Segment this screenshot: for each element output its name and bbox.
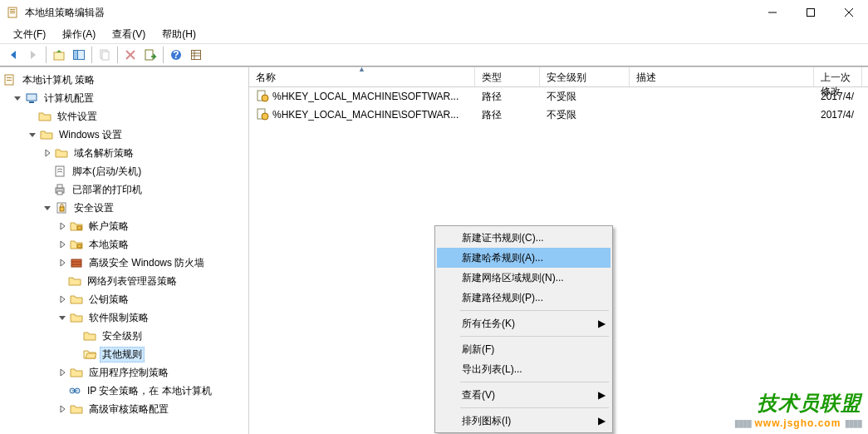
- folder-open-icon: [83, 348, 96, 361]
- folder-icon: [83, 329, 96, 343]
- list-row[interactable]: %HKEY_LOCAL_MACHINE\SOFTWAR... 路径 不受限 20…: [249, 106, 868, 124]
- back-button[interactable]: [3, 46, 23, 64]
- menu-new-hash-rule[interactable]: 新建哈希规则(A)...: [437, 248, 611, 268]
- tree-label: 脚本(启动/关机): [70, 164, 144, 180]
- menu-action[interactable]: 操作(A): [56, 26, 102, 43]
- col-header-security[interactable]: 安全级别: [540, 67, 630, 86]
- collapse-icon[interactable]: [12, 92, 23, 104]
- toolbar: ?: [0, 43, 868, 67]
- export-button[interactable]: [140, 46, 160, 64]
- collapse-icon[interactable]: [56, 312, 68, 323]
- tree-appctrl[interactable]: 应用程序控制策略: [0, 363, 248, 382]
- svg-rect-35: [71, 259, 81, 267]
- folder-icon: [70, 311, 83, 324]
- menu-new-cert-rule[interactable]: 新建证书规则(C)...: [437, 228, 611, 248]
- collapse-icon[interactable]: [27, 129, 38, 141]
- tree-adv-audit[interactable]: 高级审核策略配置: [0, 400, 248, 418]
- expand-icon[interactable]: [56, 293, 68, 305]
- tree-label: 应用程序控制策略: [86, 365, 171, 381]
- tree-netlist[interactable]: 网络列表管理器策略: [0, 272, 248, 290]
- forward-button: [23, 46, 43, 64]
- tree-label: 其他规则: [100, 347, 145, 362]
- svg-rect-18: [192, 51, 201, 60]
- svg-text:?: ?: [173, 49, 179, 61]
- folder-icon: [68, 274, 81, 288]
- tree-label: IP 安全策略，在 本地计算机: [85, 383, 214, 399]
- tree-ipsec[interactable]: IP 安全策略，在 本地计算机: [0, 382, 248, 400]
- tree-software-restrict[interactable]: 软件限制策略: [0, 308, 248, 327]
- svg-rect-24: [7, 80, 12, 81]
- expand-icon[interactable]: [56, 220, 68, 232]
- expand-icon[interactable]: [56, 367, 68, 378]
- properties-button[interactable]: [186, 46, 206, 64]
- expand-icon[interactable]: [56, 257, 68, 269]
- submenu-arrow-icon: ▶: [598, 318, 606, 329]
- col-header-desc[interactable]: 描述: [630, 67, 814, 86]
- rule-icon: [256, 93, 269, 105]
- tree-security-levels[interactable]: 安全级别: [0, 327, 248, 345]
- expand-icon[interactable]: [56, 403, 68, 415]
- menu-separator: [460, 407, 609, 408]
- col-header-type[interactable]: 类型: [475, 67, 540, 86]
- svg-rect-5: [807, 9, 815, 17]
- tree-account-policy[interactable]: 帐户策略: [0, 217, 248, 235]
- tree-label: 网络列表管理器策略: [85, 274, 179, 289]
- menu-separator: [460, 310, 609, 311]
- ipsec-icon: [68, 384, 81, 397]
- maximize-button[interactable]: [792, 0, 830, 25]
- security-icon: [55, 201, 68, 215]
- close-button[interactable]: [830, 0, 868, 25]
- folder-icon: [70, 293, 83, 306]
- menu-help[interactable]: 帮助(H): [155, 26, 203, 43]
- svg-rect-23: [7, 77, 12, 78]
- svg-rect-32: [60, 207, 64, 211]
- menu-view[interactable]: 查看(V)▶: [437, 385, 611, 405]
- col-header-name[interactable]: ▲名称: [249, 67, 475, 86]
- help-button[interactable]: ?: [166, 46, 186, 64]
- tree-printers[interactable]: 已部署的打印机: [0, 180, 248, 199]
- copy-button: [95, 46, 115, 64]
- tree-other-rules[interactable]: 其他规则: [0, 345, 248, 363]
- menu-arrange-icons[interactable]: 排列图标(I)▶: [437, 411, 611, 431]
- expand-icon[interactable]: [56, 239, 68, 250]
- svg-rect-12: [102, 52, 109, 60]
- tree-local-policy[interactable]: 本地策略: [0, 235, 248, 254]
- menu-new-netzone-rule[interactable]: 新建网络区域规则(N)...: [437, 268, 611, 288]
- svg-rect-1: [10, 9, 15, 10]
- tree-label: Windows 设置: [56, 127, 125, 143]
- list-header: ▲名称 类型 安全级别 描述 上一次修改: [249, 67, 868, 87]
- cell-security: 不受限: [540, 108, 630, 122]
- tree-windows-settings[interactable]: Windows 设置: [0, 126, 248, 144]
- expand-icon[interactable]: [42, 147, 53, 159]
- menu-new-path-rule[interactable]: 新建路径规则(P)...: [437, 288, 611, 308]
- rule-icon: [256, 111, 269, 123]
- minimize-button[interactable]: [753, 0, 792, 25]
- tree-pane: 本地计算机 策略 计算机配置 软件设置: [0, 67, 249, 434]
- cell-name: %HKEY_LOCAL_MACHINE\SOFTWAR...: [272, 90, 459, 101]
- svg-point-42: [262, 95, 268, 101]
- menu-export-list[interactable]: 导出列表(L)...: [437, 359, 611, 379]
- svg-point-44: [262, 113, 268, 120]
- up-button[interactable]: [49, 46, 69, 64]
- tree-software-settings[interactable]: 软件设置: [0, 107, 248, 126]
- script-icon: [53, 165, 66, 178]
- tree-adv-firewall[interactable]: 高级安全 Windows 防火墙: [0, 254, 248, 272]
- show-hide-tree-button[interactable]: [69, 46, 89, 64]
- menu-all-tasks[interactable]: 所有任务(K)▶: [437, 313, 611, 333]
- collapse-icon[interactable]: [42, 202, 53, 214]
- col-header-modified[interactable]: 上一次修改: [814, 67, 862, 86]
- list-row[interactable]: %HKEY_LOCAL_MACHINE\SOFTWAR... 路径 不受限 20…: [249, 87, 868, 106]
- submenu-arrow-icon: ▶: [598, 389, 606, 401]
- menu-view[interactable]: 查看(V): [105, 26, 152, 43]
- menu-file[interactable]: 文件(F): [7, 26, 52, 43]
- tree-pubkey[interactable]: 公钥策略: [0, 290, 248, 308]
- tree-name-res[interactable]: 域名解析策略: [0, 144, 248, 162]
- tree-scripts[interactable]: 脚本(启动/关机): [0, 162, 248, 180]
- tree-computer-config[interactable]: 计算机配置: [0, 89, 248, 107]
- menu-refresh[interactable]: 刷新(F): [437, 339, 611, 359]
- folder-icon: [40, 128, 53, 141]
- folder-icon: [70, 366, 83, 379]
- tree-security-settings[interactable]: 安全设置: [0, 199, 248, 217]
- tree-root[interactable]: 本地计算机 策略: [0, 71, 248, 89]
- delete-button: [120, 46, 140, 64]
